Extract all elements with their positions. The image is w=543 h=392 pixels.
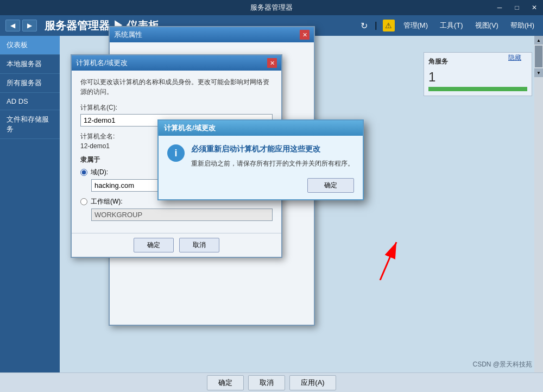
menu-actions: ↻ | ⚠ 管理(M) 工具(T) 视图(V) 帮助(H)	[359, 19, 538, 33]
domain-radio[interactable]	[80, 169, 87, 176]
scrollbar[interactable]: ▲ ▼	[534, 36, 543, 372]
rename-title-bar: 计算机名/域更改 ✕	[72, 55, 281, 71]
confirm-main-text: 必须重新启动计算机才能应用这些更改	[191, 144, 354, 154]
panel-value: 1	[428, 69, 527, 85]
scroll-thumb[interactable]	[535, 46, 542, 67]
confirm-text-area: 必须重新启动计算机才能应用这些更改 重新启动之前，请保存所有打开的文件并关闭所有…	[191, 144, 354, 168]
confirm-ok-button[interactable]: 确定	[307, 178, 354, 193]
confirm-footer: 确定	[159, 174, 363, 199]
dialog-confirm-restart: 计算机名/域更改 i 必须重新启动计算机才能应用这些更改 重新启动之前，请保存所…	[157, 119, 364, 200]
bottom-cancel-button[interactable]: 取消	[248, 375, 285, 390]
sidebar-item-adds[interactable]: AD DS	[0, 93, 60, 110]
rename-close-button[interactable]: ✕	[267, 58, 277, 68]
red-arrow-indicator	[348, 237, 413, 280]
workgroup-input	[91, 208, 273, 221]
refresh-button[interactable]: ↻	[359, 19, 369, 33]
hide-link[interactable]: 隐藏	[508, 53, 521, 62]
workgroup-radio[interactable]	[80, 198, 87, 205]
back-button[interactable]: ◀	[5, 20, 20, 31]
panel-bar	[428, 87, 527, 91]
warning-icon: ⚠	[383, 20, 395, 31]
scroll-down-arrow[interactable]: ▼	[534, 68, 543, 77]
sidebar: 仪表板 本地服务器 所有服务器 AD DS 文件和存储服务	[0, 36, 60, 372]
sidebar-item-local-server[interactable]: 本地服务器	[0, 55, 60, 74]
rename-cancel-button[interactable]: 取消	[179, 238, 219, 252]
bottom-apply-button[interactable]: 应用(A)	[289, 375, 336, 390]
confirm-title: 计算机名/域更改	[164, 124, 216, 132]
computer-name-label: 计算机名(C):	[80, 103, 273, 112]
menu-view[interactable]: 视图(V)	[472, 19, 502, 32]
minimize-button[interactable]: ─	[491, 0, 508, 15]
confirm-body: i 必须重新启动计算机才能应用这些更改 重新启动之前，请保存所有打开的文件并关闭…	[159, 136, 363, 174]
watermark: CSDN @景天科技苑	[472, 360, 532, 369]
title-bar: 服务器管理器 ─ □ ✕	[0, 0, 543, 15]
sidebar-item-all-servers[interactable]: 所有服务器	[0, 74, 60, 93]
rename-ok-button[interactable]: 确定	[134, 238, 174, 252]
scroll-up-arrow[interactable]: ▲	[534, 36, 543, 45]
maximize-button[interactable]: □	[508, 0, 526, 15]
sysprop-close-button[interactable]: ✕	[300, 30, 310, 40]
confirm-title-bar: 计算机名/域更改	[159, 121, 363, 136]
svg-line-1	[380, 242, 396, 280]
rename-footer: 确定 取消	[72, 233, 281, 257]
menu-manage[interactable]: 管理(M)	[400, 19, 432, 32]
sysprop-title-bar: 系统属性 ✕	[110, 27, 314, 42]
rename-desc: 你可以更改该计算机的名称和成员身份。更改可能会影响对网络资源的访问。	[80, 77, 273, 97]
bottom-ok-button[interactable]: 确定	[207, 375, 244, 390]
domain-label: 域(D):	[91, 168, 108, 177]
confirm-sub-text: 重新启动之前，请保存所有打开的文件并关闭所有程序。	[191, 159, 354, 168]
rename-title: 计算机名/域更改	[76, 58, 128, 68]
menu-tools[interactable]: 工具(T)	[437, 19, 466, 32]
window-controls: ─ □ ✕	[491, 0, 543, 15]
sidebar-item-file-storage[interactable]: 文件和存储服务	[0, 110, 60, 139]
menu-help[interactable]: 帮助(H)	[507, 19, 538, 32]
forward-button[interactable]: ▶	[22, 20, 37, 31]
sidebar-item-dashboard[interactable]: 仪表板	[0, 36, 60, 55]
app-title: 服务器管理器	[250, 3, 293, 12]
close-button[interactable]: ✕	[526, 0, 543, 15]
workgroup-label: 工作组(W):	[91, 197, 123, 206]
confirm-info-icon: i	[167, 144, 185, 162]
sysprop-title: 系统属性	[114, 30, 142, 40]
bottom-bar: 确定 取消 应用(A)	[0, 372, 543, 392]
